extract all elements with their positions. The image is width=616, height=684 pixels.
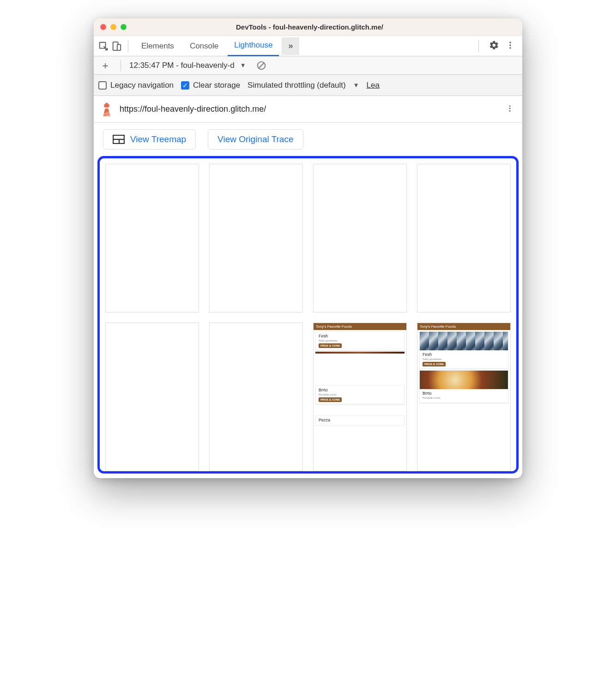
throttling-option[interactable]: Simulated throttling (default): [248, 81, 346, 90]
checkbox-checked-icon[interactable]: ✓: [181, 81, 189, 90]
thumb-item-sub: Salty goodness: [319, 339, 401, 342]
kebab-menu-icon[interactable]: [504, 104, 516, 114]
thumb-item-badge: PROS & CONS: [319, 343, 342, 348]
thumb-image-burrito: [420, 371, 508, 389]
url-bar: https://foul-heavenly-direction.glitch.m…: [94, 96, 522, 123]
checkbox-unchecked-icon[interactable]: [98, 81, 107, 90]
view-trace-label: View Original Trace: [217, 134, 293, 144]
svg-rect-7: [104, 105, 109, 107]
titlebar: DevTools - foul-heavenly-direction.glitc…: [94, 18, 522, 36]
clear-storage-option[interactable]: ✓ Clear storage: [181, 81, 240, 90]
filmstrip-frame[interactable]: [417, 164, 511, 312]
view-treemap-label: View Treemap: [130, 134, 186, 144]
new-report-button[interactable]: ＋: [98, 59, 112, 72]
legacy-navigation-option[interactable]: Legacy navigation: [98, 81, 174, 90]
report-picker-bar: ＋ 12:35:47 PM - foul-heavenly-d ▼: [94, 56, 522, 75]
thumb-item-title: Brrto: [423, 391, 505, 396]
window-title: DevTools - foul-heavenly-direction.glitc…: [103, 23, 516, 31]
svg-point-15: [509, 110, 511, 111]
thumb-item-title: Pezza: [319, 418, 401, 422]
filmstrip-frame[interactable]: [209, 164, 303, 312]
filmstrip: Tony's Favorite Foods Fesh Salty goodnes…: [105, 164, 511, 471]
legacy-label: Legacy navigation: [110, 81, 174, 90]
report-actions: View Treemap View Original Trace: [94, 123, 522, 151]
tab-console[interactable]: Console: [183, 36, 225, 56]
thumb-item-sub: Salty goodness: [423, 358, 505, 360]
thumb-header: Tony's Favorite Foods: [417, 323, 510, 330]
report-select-label[interactable]: 12:35:47 PM - foul-heavenly-d: [129, 61, 235, 70]
filmstrip-highlight: Tony's Favorite Foods Fesh Salty goodnes…: [97, 156, 519, 474]
view-treemap-button[interactable]: View Treemap: [103, 129, 196, 150]
filmstrip-frame[interactable]: Tony's Favorite Foods Fesh Salty goodnes…: [417, 323, 511, 471]
svg-rect-2: [117, 44, 121, 50]
thumb-header: Tony's Favorite Foods: [314, 323, 406, 330]
lighthouse-logo-icon: [100, 102, 113, 116]
divider: [121, 60, 121, 72]
view-trace-button[interactable]: View Original Trace: [208, 129, 303, 150]
devtools-window: DevTools - foul-heavenly-direction.glitc…: [94, 18, 522, 478]
svg-rect-9: [105, 107, 108, 109]
thumb-item-title: Brrto: [319, 388, 401, 392]
chevron-double-right-icon: »: [288, 41, 293, 51]
divider: [478, 40, 479, 52]
filmstrip-frame[interactable]: Tony's Favorite Foods Fesh Salty goodnes…: [313, 323, 407, 471]
filmstrip-frame[interactable]: [105, 323, 199, 471]
audited-url: https://foul-heavenly-direction.glitch.m…: [120, 104, 497, 114]
filmstrip-frame[interactable]: [105, 164, 199, 312]
chevron-down-icon[interactable]: ▼: [353, 82, 359, 89]
svg-point-14: [509, 108, 511, 109]
device-toggle-icon[interactable]: [111, 41, 121, 51]
svg-marker-8: [103, 102, 109, 105]
inspect-icon[interactable]: [98, 41, 109, 51]
throttling-label: Simulated throttling (default): [248, 81, 346, 90]
thumb-image-fish: [420, 332, 508, 350]
clear-icon[interactable]: [256, 60, 266, 71]
clear-label: Clear storage: [193, 81, 240, 90]
gear-icon[interactable]: [489, 40, 499, 52]
kebab-menu-icon[interactable]: [506, 41, 515, 52]
thumb-item-badge: PROS & CONS: [423, 362, 446, 366]
svg-point-3: [509, 42, 511, 43]
filmstrip-frame[interactable]: [313, 164, 407, 312]
thumb-item-sub: Portable noms: [319, 393, 401, 396]
filmstrip-frame[interactable]: [209, 323, 303, 471]
divider: [128, 40, 128, 52]
panel-tabs: Elements Console Lighthouse »: [94, 36, 522, 56]
svg-point-4: [509, 44, 511, 46]
chevron-down-icon[interactable]: ▼: [240, 62, 246, 69]
thumb-item-title: Fesh: [319, 334, 401, 338]
treemap-icon: [113, 135, 125, 144]
tab-elements[interactable]: Elements: [135, 36, 181, 56]
options-bar: Legacy navigation ✓ Clear storage Simula…: [94, 75, 522, 96]
thumb-item-badge: PROS & CONS: [319, 397, 342, 402]
svg-point-13: [509, 105, 511, 107]
thumb-item-title: Fesh: [423, 352, 505, 357]
overflow-tabs-button[interactable]: »: [282, 37, 299, 55]
svg-point-5: [509, 47, 511, 48]
thumb-item-sub: Portable noms: [423, 396, 505, 399]
learn-more-link[interactable]: Lea: [367, 81, 380, 90]
tab-lighthouse[interactable]: Lighthouse: [228, 36, 279, 56]
